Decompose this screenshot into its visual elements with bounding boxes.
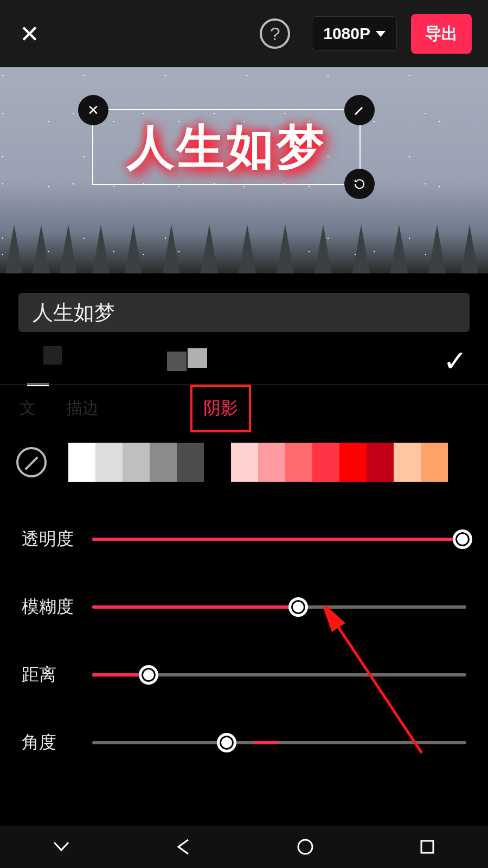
text-overlay-box[interactable]: 人生如梦 ✕	[92, 109, 361, 185]
slider-track[interactable]	[92, 741, 466, 744]
color-swatch[interactable]	[204, 443, 231, 482]
tab-text[interactable]: 文	[20, 397, 36, 419]
color-picker-row	[0, 442, 488, 482]
help-icon[interactable]: ?	[260, 18, 290, 49]
style-thumb-row: ✓	[0, 341, 488, 384]
slider-angle: 角度	[0, 709, 488, 776]
slider-thumb[interactable]	[217, 733, 236, 752]
slider-fill	[253, 741, 279, 744]
color-swatch[interactable]	[258, 443, 285, 482]
nav-collapse-icon[interactable]	[50, 836, 72, 858]
color-swatch[interactable]	[123, 443, 150, 482]
svg-rect-3	[421, 841, 433, 853]
color-swatch[interactable]	[394, 443, 421, 482]
confirm-icon[interactable]: ✓	[443, 344, 467, 378]
tab-shadow[interactable]: 阴影	[190, 385, 251, 432]
export-label: 导出	[425, 24, 458, 42]
nav-home-icon[interactable]	[294, 836, 316, 858]
slider-label: 透明度	[22, 527, 92, 551]
slider-opacity: 透明度	[0, 505, 488, 573]
tab-stroke[interactable]: 描边	[66, 397, 99, 419]
video-preview[interactable]: 人生如梦 ✕	[0, 67, 488, 273]
slider-fill	[92, 605, 298, 609]
preview-foreground	[0, 214, 488, 273]
slider-thumb[interactable]	[139, 665, 158, 685]
system-nav-bar	[0, 826, 488, 868]
nav-recent-icon[interactable]	[416, 836, 438, 858]
nav-back-icon[interactable]	[172, 836, 194, 858]
svg-point-2	[298, 840, 312, 854]
overlay-text: 人生如梦	[93, 110, 359, 184]
resolution-button[interactable]: 1080P	[312, 16, 397, 51]
slider-blur: 模糊度	[0, 573, 488, 641]
style-tabs: 文 描边 阴影	[0, 384, 488, 432]
slider-distance: 距离	[0, 641, 488, 709]
no-color-icon[interactable]	[16, 447, 47, 477]
color-swatch[interactable]	[68, 443, 95, 482]
export-button[interactable]: 导出	[411, 14, 472, 54]
slider-fill	[92, 538, 463, 541]
close-icon[interactable]: ✕	[16, 21, 42, 47]
slider-track[interactable]	[92, 673, 466, 676]
color-swatch[interactable]	[367, 443, 394, 482]
style-thumb[interactable]	[43, 346, 62, 365]
slider-track[interactable]	[92, 538, 466, 541]
color-swatch[interactable]	[339, 443, 367, 482]
text-input-value: 人生如梦	[33, 299, 115, 327]
color-swatch[interactable]	[421, 443, 448, 482]
style-thumb[interactable]	[188, 348, 207, 368]
style-thumb[interactable]	[167, 352, 187, 371]
color-swatch[interactable]	[95, 443, 123, 482]
slider-label: 模糊度	[22, 595, 92, 619]
color-swatch[interactable]	[177, 443, 204, 482]
slider-thumb[interactable]	[288, 597, 308, 617]
shadow-controls: 透明度 模糊度 距离 角度	[0, 505, 488, 776]
color-swatch[interactable]	[150, 443, 177, 482]
slider-label: 距离	[22, 663, 92, 687]
overlay-rotate-icon[interactable]	[344, 169, 375, 199]
overlay-delete-icon[interactable]: ✕	[78, 95, 108, 125]
top-toolbar: ✕ ? 1080P 导出	[0, 0, 488, 67]
slider-thumb[interactable]	[453, 529, 472, 549]
resolution-label: 1080P	[323, 24, 370, 43]
slider-label: 角度	[22, 731, 92, 755]
slider-track[interactable]	[92, 605, 466, 609]
color-swatches	[68, 443, 488, 482]
color-swatch[interactable]	[312, 443, 339, 482]
color-swatch[interactable]	[231, 443, 258, 482]
overlay-edit-icon[interactable]	[344, 95, 375, 125]
color-swatch[interactable]	[285, 443, 312, 482]
chevron-down-icon	[376, 31, 386, 37]
text-input[interactable]: 人生如梦	[18, 293, 470, 332]
